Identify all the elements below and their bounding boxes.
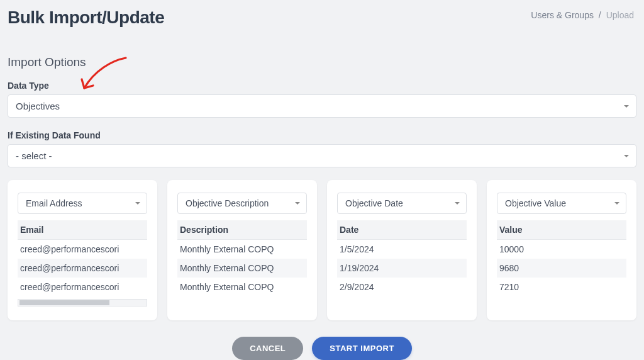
- table-row: 10000: [497, 240, 626, 259]
- mapping-card: Objective DescriptionDescriptionMonthly …: [167, 180, 317, 320]
- data-type-value: Objectives: [16, 101, 60, 111]
- preview-column-header: Value: [497, 220, 626, 240]
- breadcrumb-separator: /: [599, 10, 601, 20]
- table-row: Monthly External COPQ: [177, 278, 307, 296]
- data-type-label: Data Type: [8, 81, 636, 91]
- mapping-card: Email AddressEmailcreed@performancescori…: [8, 180, 157, 320]
- mapping-card: Objective DateDate1/5/20241/19/20242/9/2…: [327, 180, 477, 320]
- chevron-down-icon: [455, 202, 460, 205]
- chevron-down-icon: [624, 155, 629, 157]
- table-cell: 1/19/2024: [337, 259, 467, 278]
- preview-table: Date1/5/20241/19/20242/9/2024: [337, 220, 467, 296]
- table-cell: creed@performancescori: [18, 278, 147, 296]
- breadcrumb-current: Upload: [606, 10, 634, 20]
- table-row: 1/5/2024: [337, 240, 467, 259]
- table-row: Monthly External COPQ: [177, 240, 307, 259]
- preview-table: Emailcreed@performancescoricreed@perform…: [18, 220, 147, 296]
- table-row: 7210: [497, 278, 626, 296]
- chevron-down-icon: [135, 202, 140, 205]
- column-mapping-select[interactable]: Objective Date: [337, 193, 467, 214]
- horizontal-scrollbar[interactable]: [18, 299, 147, 307]
- column-mapping-select[interactable]: Email Address: [18, 193, 147, 214]
- table-cell: Monthly External COPQ: [177, 278, 307, 296]
- section-title-import-options: Import Options: [8, 55, 636, 69]
- existing-data-label: If Existing Data Found: [8, 130, 636, 140]
- column-mapping-value: Email Address: [26, 198, 82, 208]
- preview-column-header: Date: [337, 220, 467, 240]
- column-mapping-select[interactable]: Objective Description: [177, 193, 307, 214]
- table-cell: 9680: [497, 259, 626, 278]
- table-cell: Monthly External COPQ: [177, 259, 307, 278]
- scrollbar-thumb[interactable]: [19, 300, 109, 305]
- mapping-card: Objective ValueValue1000096807210: [487, 180, 636, 320]
- preview-table: Value1000096807210: [497, 220, 626, 296]
- column-mapping-value: Objective Value: [505, 198, 566, 208]
- data-type-select[interactable]: Objectives: [8, 94, 636, 118]
- breadcrumb-parent[interactable]: Users & Groups: [531, 10, 594, 20]
- table-row: creed@performancescori: [18, 240, 147, 259]
- table-row: creed@performancescori: [18, 259, 147, 278]
- table-row: 1/19/2024: [337, 259, 467, 278]
- chevron-down-icon: [614, 202, 619, 205]
- start-import-button[interactable]: START IMPORT: [312, 337, 412, 360]
- table-cell: 1/5/2024: [337, 240, 467, 259]
- existing-data-select[interactable]: - select -: [8, 144, 636, 167]
- table-cell: 10000: [497, 240, 626, 259]
- table-row: creed@performancescori: [18, 278, 147, 296]
- table-row: Monthly External COPQ: [177, 259, 307, 278]
- table-row: 9680: [497, 259, 626, 278]
- table-cell: creed@performancescori: [18, 259, 147, 278]
- table-cell: 2/9/2024: [337, 278, 467, 296]
- table-cell: 7210: [497, 278, 626, 296]
- chevron-down-icon: [624, 105, 629, 108]
- table-cell: creed@performancescori: [18, 240, 147, 259]
- preview-column-header: Description: [177, 220, 307, 240]
- table-cell: Monthly External COPQ: [177, 240, 307, 259]
- preview-table: DescriptionMonthly External COPQMonthly …: [177, 220, 307, 296]
- cancel-button[interactable]: CANCEL: [232, 337, 303, 360]
- preview-column-header: Email: [18, 220, 147, 240]
- chevron-down-icon: [295, 202, 300, 205]
- column-mapping-select[interactable]: Objective Value: [497, 193, 626, 214]
- column-mapping-value: Objective Description: [186, 198, 269, 208]
- page-title: Bulk Import/Update: [8, 8, 164, 28]
- table-row: 2/9/2024: [337, 278, 467, 296]
- column-mapping-value: Objective Date: [345, 198, 403, 208]
- existing-data-value: - select -: [16, 150, 52, 161]
- breadcrumb: Users & Groups / Upload: [531, 10, 634, 20]
